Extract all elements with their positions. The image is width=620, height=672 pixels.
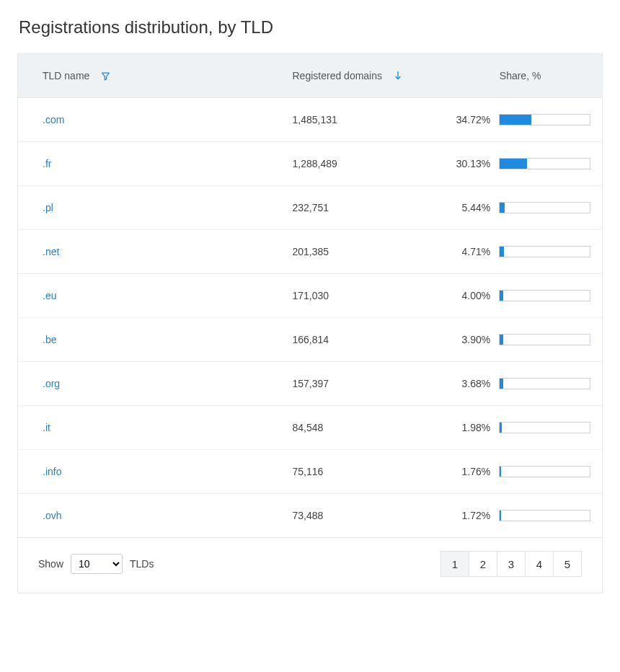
cell-share: 3.90% bbox=[438, 318, 602, 362]
cell-tld: .com bbox=[18, 98, 281, 142]
share-percent: 1.98% bbox=[450, 422, 490, 433]
cell-tld: .be bbox=[18, 318, 281, 362]
cell-share: 3.68% bbox=[438, 362, 602, 406]
share-bar-fill bbox=[500, 247, 504, 257]
share-bar-fill bbox=[500, 335, 503, 345]
share-bar bbox=[499, 158, 590, 169]
share-bar bbox=[499, 202, 590, 213]
cell-share: 1.72% bbox=[438, 494, 602, 538]
share-bar bbox=[499, 334, 590, 345]
cell-registered: 73,488 bbox=[281, 494, 439, 538]
cell-registered: 1,485,131 bbox=[281, 98, 439, 142]
tld-table: TLD name Registered domains bbox=[18, 54, 602, 538]
col-header-share-label: Share, % bbox=[500, 70, 541, 81]
sort-desc-icon[interactable] bbox=[394, 71, 402, 81]
table-row: .net201,3854.71% bbox=[18, 230, 602, 274]
pagination: 12345 bbox=[440, 551, 582, 577]
cell-tld: .info bbox=[18, 450, 281, 494]
share-percent: 34.72% bbox=[450, 114, 490, 125]
page-button[interactable]: 2 bbox=[469, 551, 497, 577]
tld-link[interactable]: .be bbox=[43, 334, 56, 345]
table-row: .ovh73,4881.72% bbox=[18, 494, 602, 538]
tld-link[interactable]: .fr bbox=[43, 158, 51, 169]
table-row: .com1,485,13134.72% bbox=[18, 98, 602, 142]
share-bar-fill bbox=[500, 379, 503, 389]
share-bar-fill bbox=[500, 467, 501, 477]
col-header-share[interactable]: Share, % bbox=[438, 54, 602, 98]
table-footer: Show 10 TLDs 12345 bbox=[18, 538, 602, 593]
tld-link[interactable]: .org bbox=[43, 378, 60, 389]
col-header-registered[interactable]: Registered domains bbox=[281, 54, 439, 98]
cell-tld: .pl bbox=[18, 186, 281, 230]
page-button[interactable]: 5 bbox=[553, 551, 582, 577]
col-header-registered-label: Registered domains bbox=[293, 70, 383, 81]
cell-tld: .it bbox=[18, 406, 281, 450]
cell-registered: 75,116 bbox=[281, 450, 439, 494]
share-percent: 1.72% bbox=[450, 510, 490, 521]
page-button[interactable]: 4 bbox=[525, 551, 554, 577]
share-bar-fill bbox=[500, 510, 501, 521]
filter-icon[interactable] bbox=[101, 71, 110, 81]
table-body: .com1,485,13134.72%.fr1,288,48930.13%.pl… bbox=[18, 98, 602, 538]
page-title: Registrations distribution, by TLD bbox=[19, 17, 603, 37]
tld-link[interactable]: .pl bbox=[43, 202, 53, 213]
tlds-label: TLDs bbox=[130, 558, 154, 570]
cell-registered: 1,288,489 bbox=[281, 142, 439, 186]
cell-registered: 171,030 bbox=[281, 274, 439, 318]
share-bar bbox=[499, 290, 590, 301]
cell-tld: .net bbox=[18, 230, 281, 274]
cell-tld: .eu bbox=[18, 274, 281, 318]
tld-link[interactable]: .ovh bbox=[43, 510, 61, 521]
cell-share: 4.00% bbox=[438, 274, 602, 318]
page-button[interactable]: 1 bbox=[440, 551, 469, 577]
share-bar bbox=[499, 378, 590, 389]
cell-share: 4.71% bbox=[438, 230, 602, 274]
cell-share: 30.13% bbox=[438, 142, 602, 186]
col-header-tld[interactable]: TLD name bbox=[18, 54, 281, 98]
cell-share: 1.98% bbox=[438, 406, 602, 450]
share-bar-fill bbox=[500, 115, 531, 125]
col-header-tld-label: TLD name bbox=[43, 70, 89, 81]
cell-share: 34.72% bbox=[438, 98, 602, 142]
cell-registered: 201,385 bbox=[281, 230, 439, 274]
share-bar bbox=[499, 114, 590, 125]
share-bar bbox=[499, 510, 590, 521]
tld-link[interactable]: .it bbox=[43, 422, 50, 433]
share-percent: 30.13% bbox=[450, 158, 490, 169]
share-percent: 3.68% bbox=[450, 378, 490, 389]
share-percent: 3.90% bbox=[450, 334, 490, 345]
tld-table-panel: TLD name Registered domains bbox=[17, 53, 603, 593]
cell-tld: .fr bbox=[18, 142, 281, 186]
page-button[interactable]: 3 bbox=[497, 551, 526, 577]
share-bar-fill bbox=[500, 203, 505, 213]
cell-share: 1.76% bbox=[438, 450, 602, 494]
share-bar-fill bbox=[500, 291, 503, 301]
share-percent: 4.71% bbox=[450, 246, 490, 257]
page-size-group: Show 10 TLDs bbox=[38, 554, 154, 574]
tld-link[interactable]: .com bbox=[43, 114, 64, 125]
cell-tld: .ovh bbox=[18, 494, 281, 538]
tld-link[interactable]: .eu bbox=[43, 290, 56, 301]
table-row: .info75,1161.76% bbox=[18, 450, 602, 494]
cell-registered: 166,814 bbox=[281, 318, 439, 362]
share-bar bbox=[499, 422, 590, 433]
cell-tld: .org bbox=[18, 362, 281, 406]
table-row: .be166,8143.90% bbox=[18, 318, 602, 362]
cell-share: 5.44% bbox=[438, 186, 602, 230]
svg-marker-0 bbox=[102, 73, 110, 80]
tld-link[interactable]: .net bbox=[43, 246, 59, 257]
cell-registered: 84,548 bbox=[281, 406, 439, 450]
page-size-select[interactable]: 10 bbox=[71, 554, 123, 574]
share-percent: 5.44% bbox=[450, 202, 490, 213]
share-bar bbox=[499, 466, 590, 477]
cell-registered: 157,397 bbox=[281, 362, 439, 406]
share-bar-fill bbox=[500, 423, 501, 433]
show-label: Show bbox=[38, 558, 63, 570]
share-percent: 1.76% bbox=[450, 466, 490, 477]
table-row: .org157,3973.68% bbox=[18, 362, 602, 406]
tld-link[interactable]: .info bbox=[43, 466, 61, 477]
cell-registered: 232,751 bbox=[281, 186, 439, 230]
table-row: .it84,5481.98% bbox=[18, 406, 602, 450]
share-bar bbox=[499, 246, 590, 257]
table-row: .fr1,288,48930.13% bbox=[18, 142, 602, 186]
